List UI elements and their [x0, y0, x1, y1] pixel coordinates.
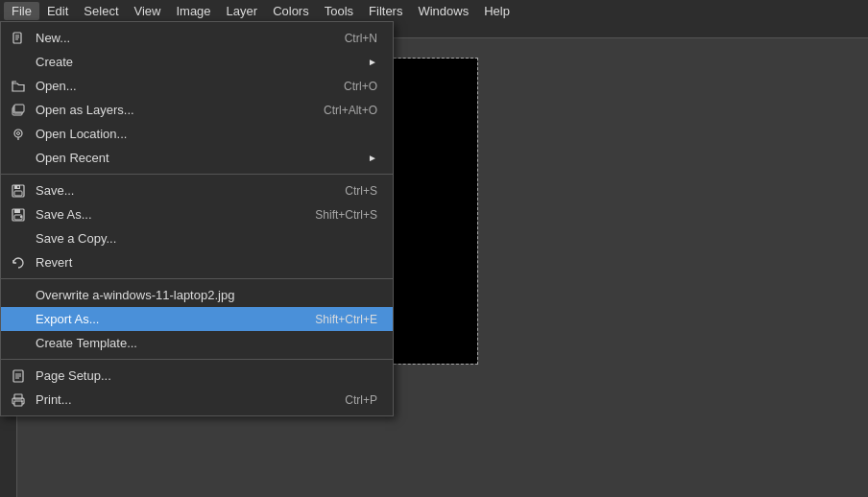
menu-select[interactable]: Select [76, 2, 126, 20]
menu-item-open-location[interactable]: Open Location... [1, 122, 393, 146]
menu-item-open-layers-shortcut: Ctrl+Alt+O [295, 104, 377, 117]
menu-item-save-copy-label: Save a Copy... [36, 231, 116, 246]
menu-view[interactable]: View [127, 2, 169, 20]
menu-item-new[interactable]: New... Ctrl+N [1, 26, 393, 50]
svg-rect-11 [14, 185, 20, 189]
svg-rect-12 [14, 191, 22, 196]
menu-item-open-recent[interactable]: Open Recent ► [1, 146, 393, 170]
menu-item-save-as[interactable]: Save As... Shift+Ctrl+S [1, 202, 393, 226]
new-icon [9, 32, 28, 45]
menu-item-new-shortcut: Ctrl+N [316, 32, 377, 45]
menu-edit[interactable]: Edit [39, 2, 76, 20]
menu-item-page-setup[interactable]: Page Setup... [1, 364, 393, 388]
svg-point-26 [21, 400, 23, 402]
menu-item-open-shortcut: Ctrl+O [315, 80, 377, 93]
open-layers-icon [9, 104, 28, 117]
menu-item-save-shortcut: Ctrl+S [316, 184, 377, 198]
separator-2 [1, 278, 393, 279]
menu-item-save-copy[interactable]: Save a Copy... [1, 226, 393, 250]
print-icon [9, 393, 28, 407]
menu-file[interactable]: File [4, 2, 39, 20]
create-arrow-icon: ► [368, 57, 377, 67]
open-location-icon [9, 128, 28, 141]
menu-item-open-layers-label: Open as Layers... [36, 103, 134, 117]
open-icon [9, 80, 28, 93]
menu-item-overwrite[interactable]: Overwrite a-windows-11-laptop2.jpg [1, 283, 393, 307]
svg-point-9 [17, 131, 20, 134]
menu-item-open-location-label: Open Location... [36, 127, 127, 141]
menu-item-create-template[interactable]: Create Template... [1, 331, 393, 355]
menu-item-save[interactable]: Save... Ctrl+S [1, 178, 393, 202]
save-as-icon [9, 208, 28, 222]
separator-1 [1, 174, 393, 175]
menu-colors[interactable]: Colors [265, 2, 317, 20]
menu-item-create[interactable]: Create ► [1, 50, 393, 74]
menu-item-open-layers[interactable]: Open as Layers... Ctrl+Alt+O [1, 98, 393, 122]
menu-item-save-as-label: Save As... [36, 207, 92, 222]
menu-item-export-as-label: Export As... [36, 312, 99, 326]
menu-image[interactable]: Image [168, 2, 218, 20]
menu-item-overwrite-label: Overwrite a-windows-11-laptop2.jpg [36, 288, 234, 302]
svg-rect-25 [14, 401, 22, 406]
menubar: File Edit Select View Image Layer Colors… [0, 0, 868, 21]
menu-tools[interactable]: Tools [317, 2, 361, 20]
menu-item-open-label: Open... [36, 79, 77, 93]
menu-filters[interactable]: Filters [361, 2, 410, 20]
menu-item-export-as[interactable]: Export As... Shift+Ctrl+E [1, 307, 393, 331]
menu-item-save-as-shortcut: Shift+Ctrl+S [286, 208, 377, 222]
menu-item-print-shortcut: Ctrl+P [316, 393, 377, 407]
menu-item-page-setup-label: Page Setup... [36, 368, 111, 383]
menu-item-new-label: New... [36, 31, 70, 45]
revert-icon [9, 256, 28, 270]
save-icon [9, 184, 28, 198]
menu-item-revert-label: Revert [36, 255, 72, 270]
menu-item-open-recent-label: Open Recent [36, 151, 109, 165]
page-setup-icon [9, 369, 28, 383]
menu-windows[interactable]: Windows [410, 2, 476, 20]
menu-item-revert[interactable]: Revert [1, 250, 393, 274]
svg-point-7 [14, 130, 22, 137]
menu-item-print-label: Print... [36, 392, 72, 407]
menu-item-save-label: Save... [36, 183, 74, 198]
menu-layer[interactable]: Layer [219, 2, 266, 20]
open-recent-arrow-icon: ► [368, 153, 377, 163]
file-dropdown: New... Ctrl+N Create ► Open... Ctrl+O Op… [0, 21, 394, 416]
menu-item-print[interactable]: Print... Ctrl+P [1, 388, 393, 412]
menu-item-export-as-shortcut: Shift+Ctrl+E [286, 313, 377, 326]
menu-item-open[interactable]: Open... Ctrl+O [1, 74, 393, 98]
menu-item-create-label: Create [36, 55, 73, 69]
separator-3 [1, 359, 393, 360]
menu-item-create-template-label: Create Template... [36, 336, 137, 350]
menu-help[interactable]: Help [476, 2, 518, 20]
svg-rect-6 [14, 105, 24, 112]
svg-rect-15 [14, 209, 20, 213]
